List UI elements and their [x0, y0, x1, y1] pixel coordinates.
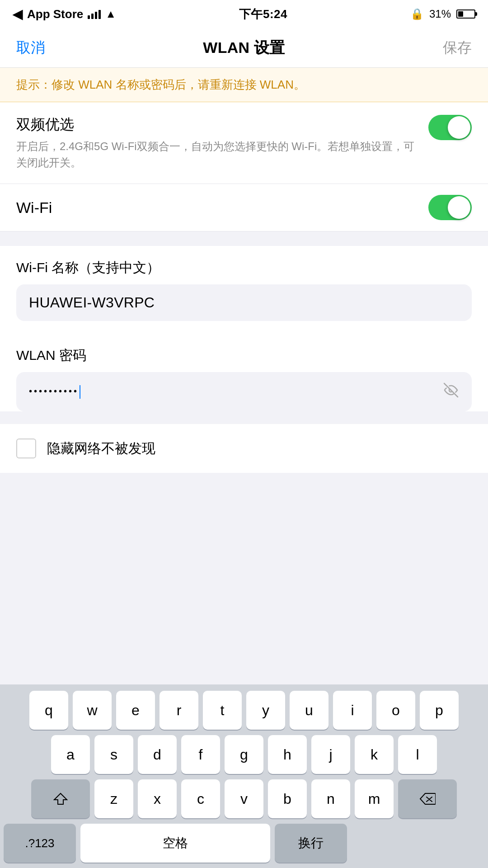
key-e[interactable]: e: [116, 691, 155, 730]
key-f[interactable]: f: [181, 735, 220, 774]
backspace-key[interactable]: [398, 779, 457, 818]
signal-bars: [88, 9, 101, 19]
app-name: App Store: [27, 7, 83, 21]
cancel-button[interactable]: 取消: [16, 38, 45, 58]
key-s[interactable]: s: [94, 735, 133, 774]
keyboard-row-2: a s d f g h j k l: [4, 735, 484, 774]
return-key[interactable]: 换行: [275, 824, 347, 863]
status-right: 🔒 31%: [410, 8, 475, 20]
save-button[interactable]: 保存: [443, 38, 472, 58]
password-dots: ••••••••••: [29, 385, 443, 399]
key-q[interactable]: q: [29, 691, 68, 730]
lock-icon: 🔒: [410, 8, 424, 20]
space-key[interactable]: 空格: [80, 824, 270, 863]
key-a[interactable]: a: [51, 735, 90, 774]
text-cursor: [80, 385, 80, 399]
key-c[interactable]: c: [181, 779, 220, 818]
symbols-key[interactable]: .?123: [4, 824, 76, 863]
key-r[interactable]: r: [160, 691, 198, 730]
toggle-password-visibility-icon[interactable]: [443, 382, 459, 401]
dual-band-section: 双频优选 开启后，2.4G和5G Wi-Fi双频合一，自动为您选择更快的 Wi-…: [0, 102, 488, 184]
hide-network-row: 隐藏网络不被发现: [0, 424, 488, 473]
section-divider: [0, 231, 488, 246]
wifi-status-icon: ▲: [105, 8, 116, 20]
wlan-password-input-container[interactable]: ••••••••••: [16, 372, 472, 411]
wlan-password-label: WLAN 密码: [16, 334, 472, 372]
key-h[interactable]: h: [268, 735, 307, 774]
key-m[interactable]: m: [355, 779, 394, 818]
wifi-name-label: Wi-Fi 名称（支持中文）: [16, 246, 472, 284]
status-left: ◀ App Store ▲: [13, 7, 116, 22]
hide-network-label: 隐藏网络不被发现: [47, 439, 155, 458]
battery-percent: 31%: [429, 8, 451, 20]
key-d[interactable]: d: [138, 735, 177, 774]
keyboard: q w e r t y u i o p a s d f g h j k l z …: [0, 684, 488, 868]
dual-band-toggle[interactable]: [428, 115, 472, 140]
wifi-name-section: Wi-Fi 名称（支持中文） HUAWEI-W3VRPC WLAN 密码 •••…: [0, 246, 488, 411]
wifi-row: Wi-Fi: [0, 184, 488, 231]
key-y[interactable]: y: [246, 691, 285, 730]
key-g[interactable]: g: [225, 735, 263, 774]
wifi-toggle[interactable]: [428, 195, 472, 220]
key-x[interactable]: x: [138, 779, 177, 818]
key-j[interactable]: j: [311, 735, 350, 774]
wifi-name-input[interactable]: HUAWEI-W3VRPC: [29, 294, 459, 311]
dual-band-text: 双频优选 开启后，2.4G和5G Wi-Fi双频合一，自动为您选择更快的 Wi-…: [16, 115, 428, 171]
toggle-knob: [448, 116, 470, 139]
key-o[interactable]: o: [376, 691, 415, 730]
key-u[interactable]: u: [290, 691, 328, 730]
key-k[interactable]: k: [355, 735, 394, 774]
keyboard-row-1: q w e r t y u i o p: [4, 691, 484, 730]
tip-text: 提示：修改 WLAN 名称或密码后，请重新连接 WLAN。: [16, 78, 305, 91]
battery-fill: [458, 11, 463, 17]
wifi-toggle-knob: [448, 196, 470, 219]
dual-band-desc: 开启后，2.4G和5G Wi-Fi双频合一，自动为您选择更快的 Wi-Fi。若想…: [16, 138, 418, 171]
key-i[interactable]: i: [333, 691, 372, 730]
wifi-label: Wi-Fi: [16, 199, 52, 217]
password-field-row: ••••••••••: [29, 382, 459, 401]
key-t[interactable]: t: [203, 691, 242, 730]
key-b[interactable]: b: [268, 779, 307, 818]
status-bar: ◀ App Store ▲ 下午5:24 🔒 31%: [0, 0, 488, 28]
key-l[interactable]: l: [398, 735, 437, 774]
nav-bar: 取消 WLAN 设置 保存: [0, 28, 488, 68]
keyboard-bottom-row: .?123 空格 换行: [4, 824, 484, 863]
page-title: WLAN 设置: [203, 38, 285, 58]
key-p[interactable]: p: [420, 691, 459, 730]
key-n[interactable]: n: [311, 779, 350, 818]
battery: [456, 9, 475, 19]
back-arrow-icon: ◀: [13, 7, 23, 22]
keyboard-row-3: z x c v b n m: [4, 779, 484, 818]
wifi-name-input-container[interactable]: HUAWEI-W3VRPC: [16, 284, 472, 321]
shift-key[interactable]: [31, 779, 90, 818]
tip-banner: 提示：修改 WLAN 名称或密码后，请重新连接 WLAN。: [0, 68, 488, 102]
key-w[interactable]: w: [73, 691, 112, 730]
dual-band-row: 双频优选 开启后，2.4G和5G Wi-Fi双频合一，自动为您选择更快的 Wi-…: [16, 115, 472, 171]
key-v[interactable]: v: [225, 779, 263, 818]
key-z[interactable]: z: [94, 779, 133, 818]
battery-box: [456, 9, 475, 19]
dual-band-title: 双频优选: [16, 115, 418, 135]
hide-network-checkbox[interactable]: [16, 439, 36, 458]
status-time: 下午5:24: [239, 6, 287, 22]
